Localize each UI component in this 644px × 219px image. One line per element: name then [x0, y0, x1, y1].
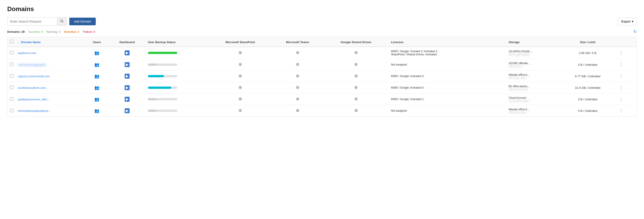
row-checkbox[interactable] — [10, 63, 13, 66]
users-cell[interactable]: 👥 — [85, 59, 108, 71]
storage-main: S3 APPS-STAGE-... — [508, 50, 533, 53]
domain-cell[interactable]: maximmessagingunit... — [16, 59, 85, 71]
more-actions-cell[interactable]: ⋮ — [616, 94, 636, 105]
storage-cell: S3 APPS-STAGE-...team-stage-backup — [506, 47, 560, 59]
row-checkbox-cell[interactable] — [8, 105, 16, 117]
export-button[interactable]: Export ▾ — [618, 18, 637, 25]
licenses-cell: M365 / Google: Activated 3; — [389, 71, 506, 82]
search-input[interactable] — [8, 18, 57, 25]
warning-stat: Warning: 0 — [46, 30, 60, 34]
row-checkbox[interactable] — [10, 51, 13, 54]
teams-status-icon — [296, 74, 299, 78]
users-cell[interactable]: 👥 — [85, 82, 108, 94]
more-actions-cell[interactable]: ⋮ — [616, 105, 636, 117]
users-cell[interactable]: 👥 — [85, 94, 108, 105]
row-checkbox-cell[interactable] — [8, 59, 16, 71]
dashboard-cell[interactable]: ▶ — [108, 82, 146, 94]
storage-main: AZURE officebk... — [508, 62, 530, 65]
row-checkbox-cell[interactable] — [8, 47, 16, 59]
shared-drives-cell — [323, 94, 389, 105]
row-checkbox-cell[interactable] — [8, 71, 16, 82]
toolbar: Add Domain Export ▾ — [7, 17, 637, 26]
storage-info: Cloud Accountnexusinfirm.caded — [508, 96, 558, 102]
storage-info: B2 office-backu...office backup test — [508, 85, 558, 91]
th-backup-status: User Backup Status — [146, 37, 209, 47]
domain-cell[interactable]: refreshbackuptest@out... — [16, 105, 85, 117]
select-all-cell[interactable] — [8, 37, 16, 47]
more-actions-button[interactable]: ⋮ — [618, 73, 624, 79]
storage-cell: Wasabi office-b...office-bky-stage — [506, 105, 560, 117]
row-checkbox-cell[interactable] — [8, 82, 16, 94]
dashboard-cell[interactable]: ▶ — [108, 71, 146, 82]
dashboard-cell[interactable]: ▶ — [108, 47, 146, 59]
teams-cell — [272, 59, 323, 71]
dashboard-cell[interactable]: ▶ — [108, 59, 146, 71]
progress-bar-container — [148, 75, 177, 77]
page-title: Domains — [7, 6, 637, 13]
more-actions-cell[interactable]: ⋮ — [616, 71, 636, 82]
domain-link[interactable]: qualityassurance_adm... — [18, 98, 50, 101]
failure-stat[interactable]: Failure: 0 — [83, 30, 95, 34]
teams-status-icon — [296, 109, 299, 112]
add-domain-button[interactable]: Add Domain — [69, 18, 96, 25]
users-cell[interactable]: 👥 — [85, 47, 108, 59]
users-cell[interactable]: 👥 — [85, 105, 108, 117]
domain-cell[interactable]: qualityassurance_adm... — [16, 94, 85, 105]
progress-bar-container — [148, 64, 177, 66]
table-row: qualityassurance_adm...👥▶M365 / Google: … — [8, 94, 636, 105]
more-actions-button[interactable]: ⋮ — [618, 85, 624, 91]
svg-line-1 — [62, 22, 63, 22]
teams-status-icon — [296, 63, 299, 66]
progress-bar-container — [148, 110, 177, 112]
more-actions-button[interactable]: ⋮ — [618, 50, 624, 56]
progress-bar-container — [148, 98, 177, 100]
more-actions-cell[interactable]: ⋮ — [616, 59, 636, 71]
domain-link[interactable]: south2eaoutlook.com... — [18, 86, 48, 90]
row-checkbox-cell[interactable] — [8, 94, 16, 105]
domain-link[interactable]: bayforms.com — [18, 51, 36, 55]
dashboard-cell[interactable]: ▶ — [108, 94, 146, 105]
backup-status-cell — [146, 82, 209, 94]
sharepoint-cell — [209, 47, 272, 59]
domain-cell[interactable]: bayforms.com — [16, 47, 85, 59]
teams-cell — [272, 47, 323, 59]
sharepoint-status-icon — [239, 74, 242, 78]
more-actions-cell[interactable]: ⋮ — [616, 47, 636, 59]
storage-info: Wasabi office-b...office-bky-stage — [508, 108, 558, 114]
domain-cell[interactable]: south2eaoutlook.com... — [16, 82, 85, 94]
dashboard-cell[interactable]: ▶ — [108, 105, 146, 117]
more-actions-button[interactable]: ⋮ — [618, 96, 624, 102]
search-button[interactable] — [57, 18, 66, 25]
th-actions — [616, 37, 636, 47]
storage-cell: B2 office-backu...office backup test — [506, 82, 560, 94]
success-stat[interactable]: Success: 0 — [28, 30, 43, 34]
refresh-icon[interactable]: ↻ — [634, 29, 637, 34]
row-checkbox[interactable] — [10, 74, 13, 78]
more-actions-button[interactable]: ⋮ — [618, 108, 624, 114]
overdue-stat[interactable]: Overdue: 2 — [64, 30, 79, 34]
row-checkbox[interactable] — [10, 97, 13, 101]
row-checkbox[interactable] — [10, 86, 13, 89]
domain-link[interactable]: maximmessagingunit... — [18, 63, 48, 66]
select-all-checkbox[interactable] — [10, 40, 13, 43]
sharepoint-status-icon — [239, 97, 242, 101]
dashboard-icon: ▶ — [125, 108, 130, 113]
row-checkbox[interactable] — [10, 109, 13, 112]
users-cell[interactable]: 👥 — [85, 71, 108, 82]
th-sharepoint: Microsoft SharePoint — [209, 37, 272, 47]
shared-drives-status-icon — [354, 86, 358, 89]
more-actions-cell[interactable]: ⋮ — [616, 82, 636, 94]
domain-link[interactable]: myp1st.onmicrosoft.com — [18, 75, 50, 78]
shared-drives-cell — [323, 82, 389, 94]
domains-count: Domains: 28 — [7, 30, 24, 34]
more-actions-button[interactable]: ⋮ — [618, 62, 624, 68]
domain-link[interactable]: refreshbackuptest@out... — [18, 109, 50, 113]
storage-info: AZURE officebk...office-bk-pro — [508, 62, 558, 68]
sharepoint-cell — [209, 82, 272, 94]
th-domain[interactable]: ↓ Domain Name — [16, 37, 85, 47]
th-size-limit: Size / Limit — [560, 37, 616, 47]
chevron-down-icon: ▾ — [632, 20, 634, 23]
storage-main: Cloud Account — [508, 96, 526, 99]
domain-cell[interactable]: myp1st.onmicrosoft.com — [16, 71, 85, 82]
license-text: Not assigned — [391, 63, 450, 66]
